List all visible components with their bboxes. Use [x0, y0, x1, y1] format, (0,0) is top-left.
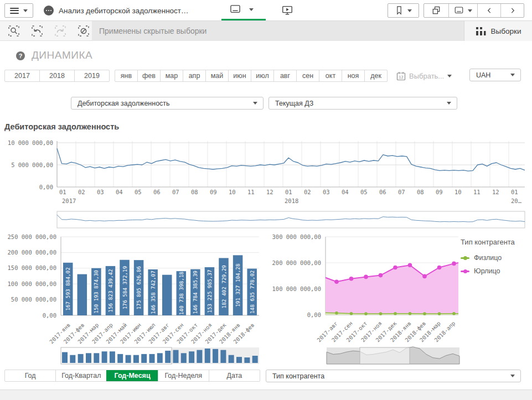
hidden-selections-message: Применены скрытые выборки: [92, 21, 464, 41]
sheet-icon: [454, 6, 464, 15]
presentation-mode-button[interactable]: [281, 4, 293, 19]
year-filter-2017[interactable]: 2017: [5, 70, 39, 81]
svg-text:175 805 626,86: 175 805 626,86: [136, 266, 142, 309]
svg-text:03: 03: [323, 189, 330, 195]
previous-sheet-button[interactable]: [477, 4, 500, 17]
svg-text:12: 12: [492, 189, 499, 195]
global-menu-button[interactable]: [4, 3, 33, 18]
svg-text:146 358 742,07: 146 358 742,07: [150, 271, 156, 314]
next-sheet-button[interactable]: [500, 4, 524, 17]
period-button-Год[interactable]: Год: [5, 370, 55, 381]
svg-text:150 193 874,30: 150 193 874,30: [93, 270, 99, 313]
svg-text:300 000 000,00: 300 000 000,00: [272, 233, 321, 240]
month-filter-ноя[interactable]: ноя: [342, 70, 364, 81]
line-chart-title: Дебиторская задолженность: [4, 122, 119, 131]
sheet-selector-button[interactable]: [229, 4, 254, 14]
clear-circle-icon: [77, 24, 90, 38]
svg-text:11: 11: [247, 189, 255, 195]
undo-arrow-icon: [30, 24, 44, 38]
measure-dropdown[interactable]: Дебиторская задолженность: [71, 97, 264, 110]
date-picker[interactable]: 12 Выбрать...: [396, 70, 452, 82]
duplicate-sheet-button[interactable]: [424, 4, 448, 17]
receivables-bar-chart[interactable]: 250 000 000,00200 000 000,00150 000 000,…: [4, 232, 263, 368]
currency-value: UAH: [470, 71, 510, 79]
svg-text:176 584 372,19: 176 584 372,19: [122, 266, 128, 309]
receivables-line-chart[interactable]: 0102030405060708091011120102030405060708…: [4, 133, 528, 231]
svg-text:11: 11: [473, 189, 481, 195]
counterparty-type-value: Тип контрагента: [266, 372, 510, 380]
chevron-down-icon: [253, 102, 257, 105]
svg-text:5 000 000,00: 5 000 000,00: [11, 162, 53, 168]
svg-text:146 784 385,39: 146 784 385,39: [192, 271, 198, 314]
sheet-title: ДИНАМИКА: [32, 49, 92, 61]
svg-text:01: 01: [511, 189, 518, 195]
smart-search-button[interactable]: [2, 21, 25, 41]
month-filter-июн[interactable]: июн: [228, 70, 251, 81]
month-filter-мар[interactable]: мар: [160, 70, 183, 81]
month-filter-апр[interactable]: апр: [183, 70, 205, 81]
step-back-button[interactable]: [25, 21, 49, 41]
legend-marker-icon: [461, 257, 469, 259]
app-title: Анализ дебиторской задолженност…: [59, 7, 189, 15]
svg-text:200 000 000,00: 200 000 000,00: [7, 249, 56, 256]
counterparty-type-dropdown[interactable]: Тип контрагента: [266, 370, 521, 382]
legend-item-Юрлицо[interactable]: Юрлицо: [461, 267, 515, 275]
month-filter-май[interactable]: май: [205, 70, 228, 81]
month-filter-авг[interactable]: авг: [273, 70, 296, 81]
svg-text:10: 10: [454, 189, 462, 195]
period-filter-buttons: ГодГод-КварталГод-МесяцГод-НеделяДата: [4, 370, 260, 382]
selections-label: Выборки: [491, 27, 521, 35]
month-filter-сен[interactable]: сен: [296, 70, 319, 81]
month-filter-окт[interactable]: окт: [319, 70, 342, 81]
period-button-Год-Квартал[interactable]: Год-Квартал: [55, 370, 106, 381]
svg-text:200 000 000,00: 200 000 000,00: [272, 259, 321, 266]
chevron-left-icon: [485, 7, 493, 14]
month-filter-дек[interactable]: дек: [364, 70, 387, 81]
search-icon: [7, 24, 20, 38]
svg-text:01: 01: [285, 189, 292, 195]
svg-text:05: 05: [135, 189, 142, 195]
chevron-right-icon: [509, 7, 516, 14]
svg-text:156 823 439,42: 156 823 439,42: [107, 269, 113, 312]
step-forward-button[interactable]: [49, 21, 72, 41]
svg-text:07: 07: [172, 189, 179, 195]
footer-strip: [0, 389, 532, 400]
period-button-Год-Неделя[interactable]: Год-Неделя: [158, 370, 209, 381]
period-button-Дата[interactable]: Дата: [209, 370, 260, 381]
svg-text:10: 10: [229, 189, 236, 195]
legend-marker-icon: [461, 271, 469, 272]
chevron-down-icon: [447, 75, 452, 77]
year-filter-2019[interactable]: 2019: [74, 70, 109, 81]
submeasure-dropdown[interactable]: Текущая ДЗ: [268, 97, 457, 110]
month-filter-июл[interactable]: июл: [251, 70, 273, 81]
submeasure-dropdown-value: Текущая ДЗ: [269, 100, 447, 107]
period-button-Год-Месяц[interactable]: Год-Месяц: [106, 370, 157, 381]
chevron-down-icon: [249, 8, 254, 11]
svg-text:148 635 778,02: 148 635 778,02: [249, 271, 255, 314]
legend-item-label: Юрлицо: [474, 267, 500, 275]
legend-item-Физлицо[interactable]: Физлицо: [461, 254, 515, 262]
svg-text:153 225 985,37: 153 225 985,37: [206, 269, 213, 313]
currency-dropdown[interactable]: UAH: [469, 69, 521, 81]
sheet-view-button[interactable]: [448, 4, 477, 17]
sheet-toolbar-group: [423, 3, 524, 18]
sheet-icon: [229, 4, 241, 14]
year-filter-2018[interactable]: 2018: [39, 70, 74, 81]
redo-arrow-icon: [54, 24, 67, 38]
chevron-down-icon: [23, 9, 28, 12]
chevron-down-icon: [510, 74, 515, 76]
app-thumbnail-icon[interactable]: [44, 6, 54, 15]
month-filter-фев[interactable]: фев: [137, 70, 160, 81]
chart-legend: Тип контрагента ФизлицоЮрлицо: [461, 238, 515, 280]
svg-text:03: 03: [97, 189, 104, 195]
selections-tool-button[interactable]: Выборки: [464, 21, 532, 41]
help-icon[interactable]: ?: [16, 51, 25, 60]
selection-tools: [2, 21, 95, 41]
active-tab-underline: [221, 19, 266, 20]
month-filter-listbox: янвфевмарапрмайиюниюлавгсеноктноядек: [115, 70, 388, 82]
bookmarks-button[interactable]: [388, 4, 419, 17]
chevron-down-icon: [468, 9, 472, 12]
svg-text:06: 06: [153, 189, 161, 195]
month-filter-янв[interactable]: янв: [115, 70, 137, 81]
svg-text:04: 04: [342, 189, 349, 195]
